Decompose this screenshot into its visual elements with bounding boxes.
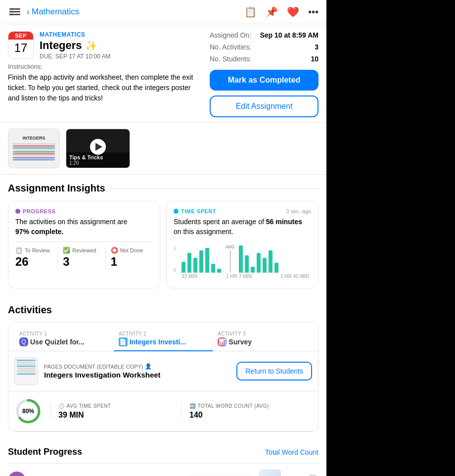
bar-3 xyxy=(193,258,197,273)
assignment-info: SEP 17 MATHEMATICS Integers ✨ DUE: SEP 1… xyxy=(8,31,203,117)
mark-completed-button[interactable]: Mark as Completed xyxy=(210,70,318,91)
insights-section: Assignment Insights PROGRESS The activit… xyxy=(0,175,326,288)
progress-card: PROGRESS The activities on this assignme… xyxy=(8,201,160,288)
avg-time-value: 39 MIN xyxy=(58,411,173,420)
activities-title: Activities xyxy=(8,304,318,316)
stat-not-done: ⭕ Not Done 1 xyxy=(106,247,153,269)
bar-12 xyxy=(263,258,267,273)
reviewed-value: 3 xyxy=(63,255,100,269)
bar-8 xyxy=(239,245,243,273)
doc-name: Integers Investigation Worksheet xyxy=(44,371,230,379)
time-text: Students spent an average of 56 minutes … xyxy=(174,217,311,237)
progress-section-title: Student Progress xyxy=(8,447,82,457)
calendar-day: 17 xyxy=(8,40,33,56)
editable-icon: 👤 xyxy=(145,363,152,370)
assignment-title: Integers ✨ xyxy=(40,39,110,52)
avg-marker: AVG xyxy=(223,244,237,273)
survey-icon: 📊 xyxy=(218,337,227,346)
video-title: Tips & Tricks xyxy=(69,154,127,160)
calendar-month: SEP xyxy=(8,32,33,40)
assigned-on-label: Assigned On: xyxy=(210,31,251,39)
bar-9 xyxy=(245,255,249,273)
play-button[interactable] xyxy=(90,139,106,155)
document-info: PAGES DOCUMENT (EDITABLE COPY) 👤 Integer… xyxy=(44,363,230,379)
play-icon xyxy=(95,143,102,151)
chart-label-1hr7min: 1 HR 7 MIN xyxy=(226,274,252,279)
back-label: Mathematics xyxy=(32,7,79,17)
tab-3-label: ACTIVITY 3 xyxy=(218,331,245,336)
due-date: DUE: SEP 17 AT 10:00 AM xyxy=(40,53,110,60)
instructions-label: Instructions: xyxy=(8,63,203,70)
progress-pct: 80% xyxy=(22,408,34,415)
chart-label-1hr40min: 1 HR 40 MIN xyxy=(280,274,309,279)
time-ago: 3 sec. ago xyxy=(286,208,311,214)
heart-icon[interactable]: ❤️ xyxy=(287,6,299,18)
title-text: Integers xyxy=(40,39,82,52)
calendar-icon: SEP 17 xyxy=(8,31,34,59)
tab-1-label: ACTIVITY 1 xyxy=(19,331,47,336)
svg-rect-2 xyxy=(9,11,20,13)
stat-reviewed: ✅ Reviewed 3 xyxy=(58,247,105,269)
metrics-row: 80% 🕐 AVG TIME SPENT 39 MIN 🔤 TOTAL WORD… xyxy=(8,391,318,431)
bar-13 xyxy=(269,250,273,273)
progress-header: Student Progress Total Word Count xyxy=(8,447,318,457)
bar-7 xyxy=(217,269,221,273)
edit-assignment-button[interactable]: Edit Assignment xyxy=(210,95,318,117)
not-done-value: 1 xyxy=(111,255,148,269)
quizlet-icon: Q xyxy=(19,337,28,346)
bar-4 xyxy=(199,250,203,273)
activity-tab-1[interactable]: ACTIVITY 1 Q Use Quizlet for... xyxy=(14,327,114,351)
time-dot xyxy=(174,209,179,214)
clock-icon: 🕐 xyxy=(58,403,65,409)
chart-label-33min: 33 MIN xyxy=(182,274,197,279)
integers-poster[interactable]: INTEGERS xyxy=(8,129,60,168)
reviewed-icon: ✅ xyxy=(63,247,70,254)
instructions-text: Finish the app activity and worksheet, t… xyxy=(8,72,203,103)
sidebar-toggle-button[interactable] xyxy=(8,5,22,19)
word-icon: 🔤 xyxy=(189,403,196,409)
student-thumb-jb[interactable] xyxy=(259,470,281,476)
total-word-count-link[interactable]: Total Word Count xyxy=(265,448,318,456)
tab-3-name: Survey xyxy=(228,338,252,346)
progress-text: The activities on this assignment are 97… xyxy=(15,217,153,237)
sparkle-icon: ✨ xyxy=(85,40,97,51)
num-activities-label: No. Activities: xyxy=(210,43,251,51)
clipboard-icon[interactable]: 📋 xyxy=(244,6,257,18)
stats-row: 📋 To Review 26 ✅ Reviewed 3 xyxy=(15,241,153,269)
activity-tab-2[interactable]: ACTIVITY 2 📄 Integers Investi... xyxy=(114,327,213,351)
progress-circle: 80% xyxy=(14,397,42,425)
back-chevron-icon: ‹ xyxy=(27,7,30,17)
back-navigation[interactable]: ‹ Mathematics xyxy=(27,7,79,17)
bar-10 xyxy=(251,267,255,273)
more-icon[interactable]: ••• xyxy=(308,6,318,18)
to-review-value: 26 xyxy=(15,255,52,269)
header-section: SEP 17 MATHEMATICS Integers ✨ DUE: SEP 1… xyxy=(0,24,326,123)
tips-tricks-video[interactable]: Tips & Tricks 1:20 xyxy=(66,129,130,168)
bar-2 xyxy=(187,253,191,273)
activity-tab-3[interactable]: ACTIVITY 3 📊 Survey xyxy=(213,327,312,351)
svg-rect-3 xyxy=(9,14,20,15)
stat-to-review: 📋 To Review 26 xyxy=(15,247,58,269)
avg-time-label: 🕐 AVG TIME SPENT xyxy=(58,403,173,409)
bar-14 xyxy=(274,263,278,273)
tab-1-name: Use Quizlet for... xyxy=(30,338,85,346)
not-done-icon: ⭕ xyxy=(111,247,118,254)
progress-label: PROGRESS xyxy=(15,208,153,214)
subject-label: MATHEMATICS xyxy=(40,31,110,38)
time-label: TIME SPENT xyxy=(174,208,216,214)
bar-chart: 0 1 AVG xyxy=(174,241,311,281)
activities-section: Activities ACTIVITY 1 Q Use Quizlet for.… xyxy=(0,296,326,432)
avg-time-block: 🕐 AVG TIME SPENT 39 MIN xyxy=(50,403,181,420)
avatar-jb: JB xyxy=(8,472,26,476)
black-panel xyxy=(326,0,455,476)
doc-type-label: PAGES DOCUMENT (EDITABLE COPY) 👤 xyxy=(44,363,230,370)
student-progress-section: Student Progress Total Word Count JB Jas… xyxy=(0,440,326,476)
pin-icon[interactable]: 📌 xyxy=(266,6,278,18)
return-to-students-button[interactable]: Return to Students xyxy=(236,362,312,381)
word-count-block: 🔤 TOTAL WORD COUNT (AVG) 140 xyxy=(181,403,312,420)
num-activities-value: 3 xyxy=(315,43,318,51)
student-row-jb: JB Jason Bettinger ● READY FOR REVIEW 13… xyxy=(8,463,318,476)
assignment-meta: Assigned On: Sep 10 at 8:59 AM No. Activ… xyxy=(210,31,318,117)
poster-title: INTEGERS xyxy=(22,136,45,141)
document-area: PAGES DOCUMENT (EDITABLE COPY) 👤 Integer… xyxy=(8,351,318,391)
